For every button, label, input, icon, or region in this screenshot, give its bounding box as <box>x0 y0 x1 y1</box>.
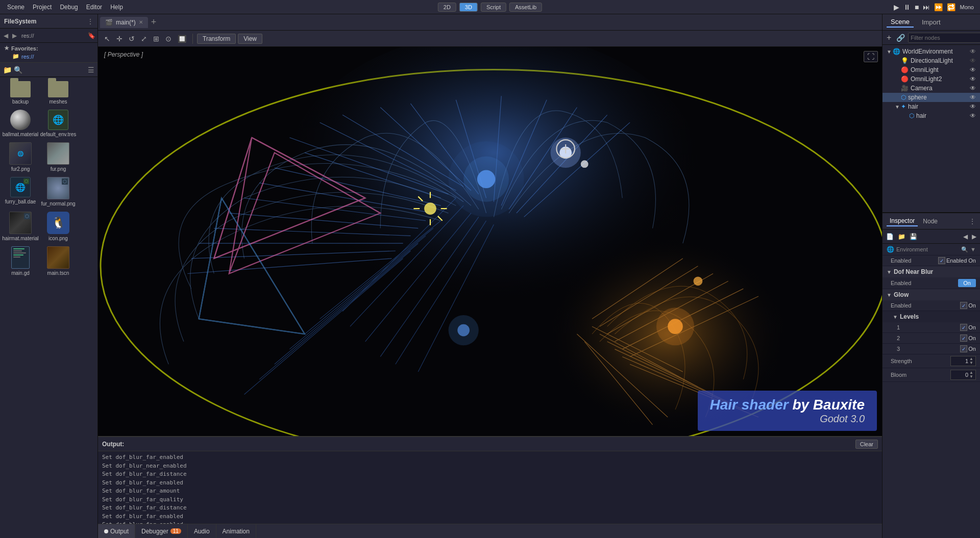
inspector-more-btn[interactable]: ⋮ <box>969 217 976 225</box>
visibility-icon[interactable]: 👁 <box>970 85 976 92</box>
fs-search-btn[interactable]: 🔍 <box>14 66 22 74</box>
bloom-down-btn[interactable]: ▼ <box>969 375 973 379</box>
tab-output[interactable]: Output <box>98 524 135 538</box>
file-icon[interactable]: 🐧 icon.png <box>41 211 76 242</box>
tree-item-omni-light2[interactable]: 🔴 OmniLight2 👁 <box>883 74 980 84</box>
tab-close-btn[interactable]: ✕ <box>139 19 143 25</box>
favorites-res[interactable]: 📁res:// <box>4 53 93 60</box>
asset-lib-button[interactable]: AssetLib <box>509 3 542 12</box>
file-ballmat[interactable]: ballmat.material <box>3 109 38 138</box>
visibility-icon[interactable]: 👁 <box>970 66 976 73</box>
inspector-env-search-btn[interactable]: 🔍 <box>961 246 968 253</box>
local-tool-btn[interactable]: ⊞ <box>151 34 161 44</box>
mode-3d-button[interactable]: 3D <box>459 3 478 12</box>
script-button[interactable]: Script <box>481 3 506 12</box>
insp-prev-btn[interactable]: ◀ <box>962 232 969 241</box>
tab-animation[interactable]: Animation <box>216 524 256 538</box>
rotate-tool-btn[interactable]: ↺ <box>127 34 137 44</box>
inspector-content[interactable]: 🌐 Environment 🔍 ▼ Enabled ✓ Enabled On <box>883 244 980 538</box>
insp-save-btn[interactable]: 💾 <box>908 232 919 241</box>
fs-forward-btn[interactable]: ▶ <box>11 31 18 40</box>
tab-scene[interactable]: Scene <box>887 17 914 28</box>
tab-add-btn[interactable]: + <box>151 17 157 28</box>
levels-header[interactable]: ▼ Levels <box>883 311 980 322</box>
fs-new-folder-btn[interactable]: 📁 <box>3 66 12 74</box>
menu-debug[interactable]: Debug <box>57 3 81 12</box>
file-hairmat[interactable]: ⬡ hairmat.material <box>3 211 38 242</box>
tab-main[interactable]: 🎬 main(*) ✕ <box>100 17 148 28</box>
stop-button[interactable]: ■ <box>915 3 919 11</box>
dof-near-blur-header[interactable]: ▼ Dof Near Blur <box>883 266 980 277</box>
scene-add-node-btn[interactable]: + <box>885 32 893 43</box>
tree-item-camera[interactable]: 🎥 Camera 👁 <box>883 84 980 93</box>
menu-project[interactable]: Project <box>30 3 55 12</box>
scene-link-btn[interactable]: 🔗 <box>894 33 907 43</box>
strength-down-btn[interactable]: ▼ <box>969 361 973 365</box>
filesystem-menu-btn[interactable]: ⋮ <box>87 18 93 25</box>
fullscreen-btn[interactable]: ⛶ <box>864 51 878 62</box>
level-1-checkbox[interactable]: ✓ <box>960 324 967 331</box>
play-button[interactable]: ▶ <box>894 3 899 11</box>
clear-button[interactable]: Clear <box>855 440 878 449</box>
tree-item-sphere[interactable]: ⬡ sphere 👁 <box>883 93 980 102</box>
visibility-icon[interactable]: 👁 <box>970 112 976 119</box>
insp-next-btn[interactable]: ▶ <box>970 232 978 241</box>
viewport-3d[interactable]: [ Perspective ] ⛶ <box>98 47 882 436</box>
tree-item-hair-parent[interactable]: ▼ ✦ hair 👁 <box>883 102 980 111</box>
visibility-icon[interactable]: 👁 <box>970 75 976 83</box>
visibility-icon[interactable]: 👁 <box>970 94 976 101</box>
loop-button[interactable]: 🔁 <box>947 3 955 11</box>
tree-item-hair-child[interactable]: ⬡ hair 👁 <box>883 111 980 120</box>
file-fur2[interactable]: 🌐 fur2.png <box>3 141 38 173</box>
fs-bookmark-btn[interactable]: 🔖 <box>88 32 95 39</box>
insp-new-res-btn[interactable]: 📄 <box>885 232 895 241</box>
tab-import[interactable]: Import <box>918 17 945 27</box>
strength-value-control[interactable]: 1 ▲ ▼ <box>950 356 976 366</box>
tab-inspector[interactable]: Inspector <box>887 216 918 226</box>
scene-tree[interactable]: ▼ 🌐 WorldEnvironment 👁 💡 DirectionalLigh… <box>883 45 980 212</box>
tab-audio[interactable]: Audio <box>188 524 216 538</box>
visibility-icon[interactable]: 👁 <box>970 103 976 110</box>
scene-filter-input[interactable] <box>908 33 980 43</box>
file-backup[interactable]: backup <box>3 80 38 106</box>
file-fur-normal[interactable]: ⬡ fur_normal.png <box>41 176 76 208</box>
pause-button[interactable]: ⏸ <box>903 3 911 11</box>
tree-item-directional-light[interactable]: 💡 DirectionalLight 👁 <box>883 56 980 65</box>
transform-btn[interactable]: Transform <box>197 34 236 44</box>
fs-list-toggle-btn[interactable]: ☰ <box>88 66 94 74</box>
menu-help[interactable]: Help <box>107 3 126 12</box>
menu-scene[interactable]: Scene <box>4 3 28 12</box>
output-log[interactable]: Set dof_blur_far_enabled Set dof_blur_ne… <box>98 451 882 524</box>
move-tool-btn[interactable]: ✛ <box>114 34 125 44</box>
file-furry-ball[interactable]: 🌐 ⬡ furry_ball.dae <box>3 176 38 208</box>
view-btn[interactable]: View <box>238 34 262 44</box>
select-tool-btn[interactable]: ↖ <box>102 34 112 44</box>
menu-editor[interactable]: Editor <box>83 3 105 12</box>
insp-open-btn[interactable]: 📁 <box>896 232 907 241</box>
file-main-tscn[interactable]: main.tscn <box>41 245 76 277</box>
tree-item-world-environment[interactable]: ▼ 🌐 WorldEnvironment 👁 <box>883 47 980 56</box>
glow-checkbox[interactable]: ✓ <box>960 302 967 309</box>
inspector-env-more-btn[interactable]: ▼ <box>970 246 976 252</box>
file-fur[interactable]: fur.png <box>41 141 76 173</box>
pivot-tool-btn[interactable]: ⊙ <box>163 34 174 44</box>
level-3-checkbox[interactable]: ✓ <box>960 345 967 352</box>
visibility-icon[interactable]: 👁 <box>970 48 976 55</box>
glow-header[interactable]: ▼ Glow <box>883 289 980 300</box>
visibility-icon[interactable]: 👁 <box>970 57 976 64</box>
file-default-env[interactable]: 🌐 default_env.tres <box>41 109 76 138</box>
snap-tool-btn[interactable]: 🔲 <box>176 34 188 44</box>
tab-debugger[interactable]: Debugger 11 <box>135 524 188 538</box>
dof-enabled-toggle[interactable]: On <box>958 279 976 287</box>
tree-item-omni-light[interactable]: 🔴 OmniLight 👁 <box>883 65 980 74</box>
tab-node[interactable]: Node <box>920 217 941 226</box>
step-button[interactable]: ⏭ <box>923 3 930 11</box>
file-main-gd[interactable]: main.gd <box>3 245 38 277</box>
file-meshes[interactable]: meshes <box>41 80 76 106</box>
debug-next-button[interactable]: ⏩ <box>934 3 943 11</box>
mode-2d-button[interactable]: 2D <box>438 3 456 12</box>
bloom-value-control[interactable]: 0 ▲ ▼ <box>950 370 976 380</box>
fs-back-btn[interactable]: ◀ <box>2 31 10 40</box>
level-2-checkbox[interactable]: ✓ <box>960 335 967 342</box>
scale-tool-btn[interactable]: ⤢ <box>139 34 149 44</box>
